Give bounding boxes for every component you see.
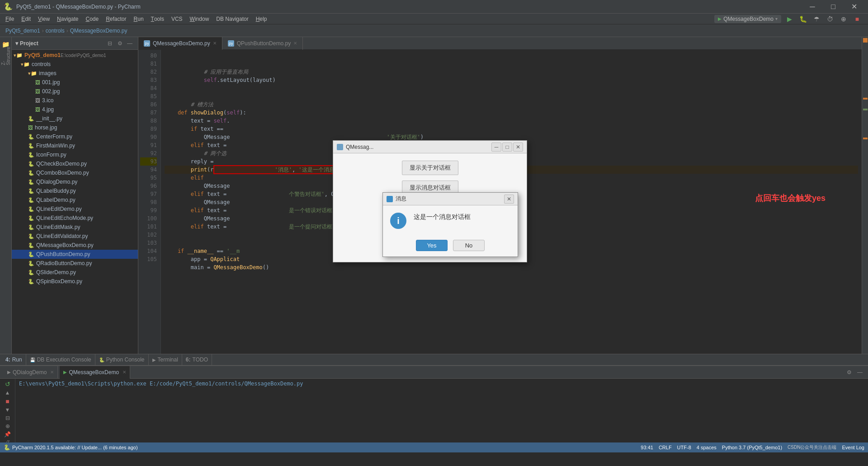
qmsgbox-minimize-button[interactable]: ─ [491, 143, 501, 152]
message-dialog[interactable]: 消息 ✕ i 这是一个消息对话框 Yes No [382, 192, 518, 257]
qmsgbox-title-left: QMessag... [337, 144, 373, 150]
maximize-button[interactable]: □ [823, 0, 844, 14]
status-encoding[interactable]: UTF-8 [677, 445, 691, 450]
tree-item-images[interactable]: ▾📁 images [12, 69, 138, 78]
menu-navigate[interactable]: Navigate [53, 14, 82, 24]
run-tab-qmsgbox-close[interactable]: ✕ [123, 370, 126, 375]
tree-item-centerform[interactable]: 🐍 CenterForm.py [12, 132, 138, 141]
bottom-tab-db-exec[interactable]: 💾 DB Execution Console [26, 354, 95, 366]
main-area: 📁 Z-Structure ▾ Project ⊟ ⚙ — ▾📁 PyQt5_d… [0, 37, 868, 354]
tree-item-qslider[interactable]: 🐍 QSliderDemo.py [12, 268, 138, 277]
tree-item-init[interactable]: 🐍 __init__.py [12, 114, 138, 123]
tree-item-qpushbutton[interactable]: 🐍 QPushButtonDemo.py [12, 250, 138, 259]
profile-button[interactable]: ⏱ [825, 14, 835, 24]
menu-file[interactable]: File [2, 14, 18, 24]
bottom-tab-todo[interactable]: 6: TODO [182, 354, 212, 366]
run-panel-gear[interactable]: ⚙ [844, 368, 854, 377]
show-about-button[interactable]: 显示关于对话框 [402, 161, 458, 175]
menu-code[interactable]: Code [82, 14, 102, 24]
tree-item-firstmainwin[interactable]: 🐍 FirstMainWin.py [12, 141, 138, 150]
msg-yes-button[interactable]: Yes [416, 240, 448, 251]
tree-item-qradiobutton[interactable]: 🐍 QRadioButtonDemo.py [12, 259, 138, 268]
run-with-coverage-button[interactable]: ☂ [811, 14, 822, 24]
tree-item-4jpg[interactable]: 🖼 4.jpg [12, 105, 138, 114]
tab-close-qmsgbox[interactable]: ✕ [213, 41, 217, 46]
menu-dbnavigator[interactable]: DB Navigator [212, 14, 252, 24]
minimize-button[interactable]: ─ [802, 0, 823, 14]
hide-panel-button[interactable]: — [125, 39, 134, 48]
menu-view[interactable]: View [34, 14, 53, 24]
menu-refactor[interactable]: Refactor [102, 14, 130, 24]
menu-help[interactable]: Help [252, 14, 271, 24]
msg-dialog-close-button[interactable]: ✕ [504, 195, 514, 204]
run-scroll-up-button[interactable]: ▲ [2, 390, 13, 396]
tree-item-iconform[interactable]: 🐍 IconForm.py [12, 150, 138, 159]
run-restart-button[interactable]: ↺ [2, 380, 13, 388]
tree-item-horsejpg[interactable]: 🖼 horse.jpg [12, 123, 138, 132]
tree-item-3ico[interactable]: 🖼 3.ico [12, 96, 138, 105]
tree-item-001jpg[interactable]: 🖼 001.jpg [12, 78, 138, 87]
run-button[interactable]: ▶ [784, 14, 795, 24]
msg-no-button[interactable]: No [453, 240, 485, 251]
run-panel-hide[interactable]: — [855, 368, 864, 377]
event-log-label[interactable]: Event Log [842, 445, 864, 450]
run-tab-qdialog-close[interactable]: ✕ [50, 370, 54, 375]
settings-button[interactable]: ⚙ [115, 39, 124, 48]
tab-qmessageboxdemo[interactable]: py QMessageBoxDemo.py ✕ [138, 37, 222, 50]
tree-item-qlabelbuddy[interactable]: 🐍 QLabelBuddy.py [12, 186, 138, 195]
run-tab-qmessageboxdemo[interactable]: ▶ QMessageBoxDemo ✕ [60, 366, 130, 379]
tree-item-002jpg-label: 002.jpg [42, 88, 60, 95]
run-filter-button[interactable]: ⊕ [2, 423, 13, 429]
breadcrumb-item-file[interactable]: QMessageBoxDemo.py [70, 28, 127, 34]
menu-tools[interactable]: Tools [147, 14, 168, 24]
run-stop-button[interactable]: ■ [2, 398, 13, 405]
tree-item-root[interactable]: ▾📁 PyQt5_demo1 E:\code\PyQt5_demo1 [12, 51, 138, 60]
breadcrumb-item-controls[interactable]: controls [46, 28, 65, 34]
tab-qpushbuttondemo[interactable]: py QPushButtonDemo.py ✕ [222, 37, 303, 50]
qmsgbox-close-button[interactable]: ✕ [513, 143, 523, 152]
run-print-button[interactable]: 🖨 [2, 439, 13, 442]
run-config-selector[interactable]: ▶ QMessageBoxDemo ▾ [714, 15, 781, 23]
bottom-tab-terminal[interactable]: ▶ Terminal [149, 354, 182, 366]
structure-icon[interactable]: Z-Structure [0, 51, 11, 62]
status-position[interactable]: 93:41 [641, 445, 653, 450]
stop-button[interactable]: ■ [852, 14, 863, 24]
menu-run[interactable]: Run [130, 14, 147, 24]
tree-item-qlineeditdemo[interactable]: 🐍 QLineEditDemo.py [12, 204, 138, 214]
tree-item-qlineeditmask[interactable]: 🐍 QLineEditMask.py [12, 223, 138, 232]
run-clear-button[interactable]: ⊟ [2, 415, 13, 421]
project-label: Project [20, 40, 38, 47]
code-editor[interactable]: 80 81 82 83 84 85 86 87 88 89 90 91 92 9… [138, 50, 862, 354]
tree-item-controls[interactable]: ▾📁 controls [12, 60, 138, 69]
tree-item-002jpg[interactable]: 🖼 002.jpg [12, 87, 138, 96]
bottom-tab-python-console[interactable]: 🐍 Python Console [95, 354, 149, 366]
bottom-tab-run[interactable]: 4: Run [2, 354, 26, 366]
breadcrumb-item-project[interactable]: PyQt5_demo1 [5, 28, 40, 34]
qmsgbox-maximize-button[interactable]: □ [502, 143, 512, 152]
tree-item-qspinbox[interactable]: 🐍 QSpinBoxDemo.py [12, 277, 138, 286]
title-bar: 🐍 PyQt5_demo1 - QMessageBoxDemo.py - PyC… [0, 0, 868, 14]
status-linesep[interactable]: CRLF [659, 445, 672, 450]
run-scroll-down-button[interactable]: ▼ [2, 407, 13, 413]
debug-button[interactable]: 🐛 [797, 14, 808, 24]
menu-vcs[interactable]: VCS [168, 14, 186, 24]
tree-item-qcheckbox[interactable]: 🐍 QCheckBoxDemo.py [12, 159, 138, 168]
status-indent[interactable]: 4 spaces [697, 445, 717, 450]
collapse-all-button[interactable]: ⊟ [105, 39, 114, 48]
tree-item-qlineeditechodemo[interactable]: 🐍 QLineEditEchoMode.py [12, 214, 138, 223]
status-python[interactable]: Python 3.7 (PyQt5_demo1) [722, 445, 782, 450]
tab-close-qpush[interactable]: ✕ [293, 41, 297, 46]
concurrency-button[interactable]: ⊕ [838, 14, 849, 24]
close-button[interactable]: ✕ [844, 0, 864, 14]
tree-item-qlineeditvalidator[interactable]: 🐍 QLineEditValidator.py [12, 232, 138, 241]
run-pin-button[interactable]: 📌 [2, 431, 13, 437]
tree-item-qmessagebox[interactable]: 🐍 QMessageBoxDemo.py [12, 241, 138, 250]
tree-item-qcombobox[interactable]: 🐍 QComboBoxDemo.py [12, 168, 138, 177]
menu-window[interactable]: Window [186, 14, 213, 24]
menu-edit[interactable]: Edit [18, 14, 34, 24]
tree-item-qlabelbuddy-label: QLabelBuddy.py [36, 188, 76, 194]
title-bar-title: PyQt5_demo1 - QMessageBoxDemo.py - PyCha… [16, 4, 141, 10]
tree-item-qlabeldemo[interactable]: 🐍 QLabelDemo.py [12, 195, 138, 204]
run-tab-qdialogdemo[interactable]: ▶ QDialogDemo ✕ [4, 366, 58, 379]
tree-item-qdialog[interactable]: 🐍 QDialogDemo.py [12, 177, 138, 186]
